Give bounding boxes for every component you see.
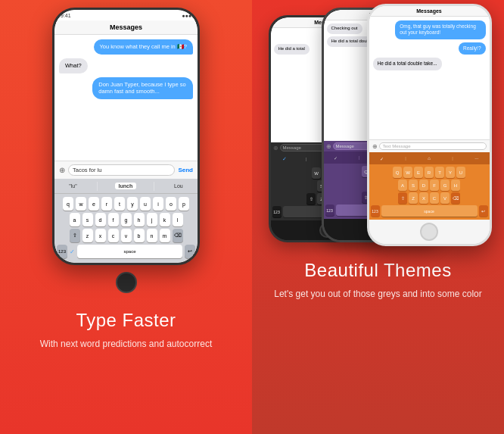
phone3-bubble-2: Really!? xyxy=(459,42,485,55)
key-row-3: ⇧ z x c v b n m ⌫ xyxy=(57,229,195,242)
key-o[interactable]: o xyxy=(166,197,176,211)
key-h[interactable]: h xyxy=(134,213,145,226)
key-c[interactable]: c xyxy=(108,229,119,242)
key-k[interactable]: k xyxy=(160,213,170,226)
right-bottom-text: Beautiful Themes Let's get you out of th… xyxy=(259,246,496,308)
key-a[interactable]: a xyxy=(70,213,80,226)
phone1-bubble-2: He did a total xyxy=(274,44,310,55)
right-subtitle: Let's get you out of those greys and int… xyxy=(274,287,481,301)
key-j[interactable]: j xyxy=(147,213,157,226)
messages-title: Messages xyxy=(110,23,142,31)
key-n[interactable]: n xyxy=(147,229,157,242)
autocorrect-bar: "lu" lunch Lou xyxy=(54,179,198,194)
signal: ●●● xyxy=(182,13,191,18)
key-row-4: 123 ✓ space ↩ xyxy=(57,245,195,258)
right-panel: Messages ble take... He did a total ⊕ Me… xyxy=(252,0,504,434)
left-title: Type Faster xyxy=(40,310,212,331)
home-button-left[interactable] xyxy=(116,272,137,293)
check-icon: ✓ xyxy=(70,248,75,255)
input-bar: ⊕ Tacos for lu Send xyxy=(54,161,198,179)
send-button[interactable]: Send xyxy=(178,167,193,173)
key-w[interactable]: w xyxy=(76,197,86,211)
key-v[interactable]: v xyxy=(121,229,132,242)
bubble-received-1: What? xyxy=(59,58,88,73)
key-u[interactable]: u xyxy=(140,197,151,211)
phone3-input-field[interactable]: Text Message xyxy=(379,142,487,150)
key-e[interactable]: e xyxy=(89,197,99,211)
messages-area: You know what they call me in 🇲🇽? What? … xyxy=(54,35,198,161)
right-title: Beautiful Themes xyxy=(274,260,481,281)
messages-header: Messages xyxy=(54,20,198,35)
key-s[interactable]: s xyxy=(82,213,93,226)
key-numbers[interactable]: 123 xyxy=(57,245,67,258)
phone3-input: ⊕ Text Message xyxy=(369,139,490,152)
key-row-1: q w e r t y u i o p xyxy=(57,197,195,211)
key-return[interactable]: ↩ xyxy=(185,245,195,258)
input-field[interactable]: Tacos for lu xyxy=(68,164,175,176)
left-phone-wrapper: 9:41 ●●● Messages You know what they cal… xyxy=(52,8,200,296)
phones-stack: Messages ble take... He did a total ⊕ Me… xyxy=(261,4,496,246)
key-f[interactable]: f xyxy=(108,213,119,226)
key-y[interactable]: y xyxy=(127,197,138,211)
time: 9:41 xyxy=(61,13,71,18)
camera-icon: ⊕ xyxy=(59,166,65,174)
autocorrect-item-1[interactable]: "lu" xyxy=(66,183,79,189)
autocorrect-item-3[interactable]: Lou xyxy=(171,183,186,189)
key-g[interactable]: g xyxy=(121,213,132,226)
phone3-bubble-1: Omg, that guy was totally checking out y… xyxy=(395,20,485,39)
key-m[interactable]: m xyxy=(160,229,170,242)
key-t[interactable]: t xyxy=(114,197,125,211)
autocorrect-item-2[interactable]: lunch xyxy=(115,183,137,189)
phone3-header: Messages xyxy=(369,6,490,17)
left-panel: 9:41 ●●● Messages You know what they cal… xyxy=(0,0,252,434)
keyboard: q w e r t y u i o p a s d xyxy=(54,194,198,263)
key-l[interactable]: l xyxy=(173,213,183,226)
key-p[interactable]: p xyxy=(179,197,189,211)
key-x[interactable]: x xyxy=(95,229,106,242)
key-shift[interactable]: ⇧ xyxy=(70,229,80,242)
key-row-2: a s d f g h j k l xyxy=(57,213,195,226)
bubble-sent-1: You know what they call me in 🇲🇽? xyxy=(94,39,193,55)
key-b[interactable]: b xyxy=(134,229,145,242)
status-bar: 9:41 ●●● xyxy=(54,10,198,20)
left-phone: 9:41 ●●● Messages You know what they cal… xyxy=(52,8,200,265)
phone3-messages: Omg, that guy was totally checking out y… xyxy=(369,17,490,139)
key-q[interactable]: q xyxy=(63,197,73,211)
phone-front-right: Messages Omg, that guy was totally check… xyxy=(367,4,492,246)
key-space[interactable]: space xyxy=(77,245,182,258)
phone2-bubble-1: Checking out xyxy=(327,23,362,34)
key-z[interactable]: z xyxy=(82,229,93,242)
phone3-keyboard: Q W E R T Y U A S D F G H xyxy=(369,164,490,220)
left-bottom-text: Type Faster With next word predictions a… xyxy=(25,296,227,358)
key-delete[interactable]: ⌫ xyxy=(173,229,183,242)
left-subtitle: With next word predictions and autocorre… xyxy=(40,337,212,351)
phone3-home[interactable] xyxy=(420,223,438,241)
phone3-bubble-3: He did a total double take... xyxy=(373,58,442,70)
key-r[interactable]: r xyxy=(101,197,112,211)
phone3-autocorrect: ✓ | ⌂ | ··· xyxy=(369,152,490,164)
key-i[interactable]: i xyxy=(153,197,163,211)
key-d[interactable]: d xyxy=(95,213,106,226)
left-phone-screen: 9:41 ●●● Messages You know what they cal… xyxy=(54,10,198,263)
bubble-sent-2: Don Juan Typer, because I type so damn f… xyxy=(92,77,193,100)
